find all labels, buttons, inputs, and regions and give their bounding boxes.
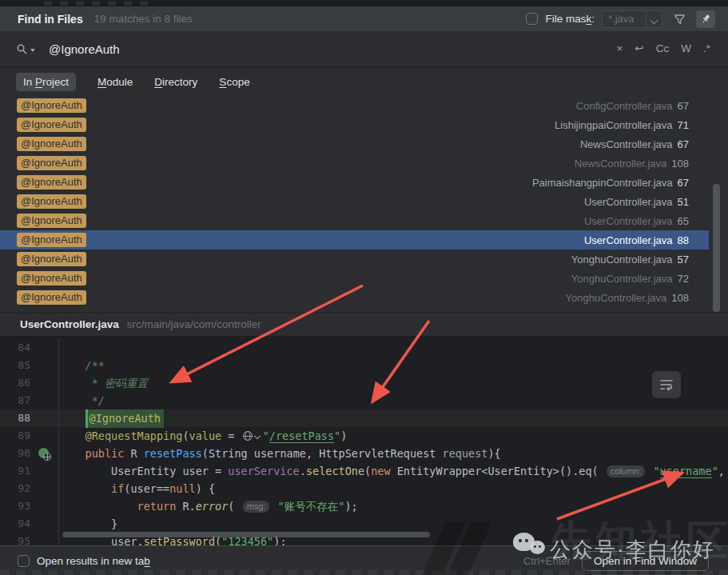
scope-tab-in-project[interactable]: In Project — [16, 73, 76, 91]
shortcut-hint: Ctrl+Enter — [523, 555, 571, 567]
file-mask-combobox[interactable]: *.java — [602, 10, 662, 28]
result-file-name: UserController.java — [584, 215, 673, 227]
gutter — [35, 515, 59, 533]
code-text: return R.error( msg: "账号不存在"); — [59, 497, 358, 515]
file-mask-checkbox[interactable] — [526, 13, 538, 25]
line-number: 91 — [0, 462, 35, 480]
dialog-footer: Open results in new tab Ctrl+Enter Open … — [0, 545, 728, 575]
file-mask-label: File mask: — [545, 13, 595, 25]
result-row[interactable]: @IgnoreAuthYonghuController.java72 — [0, 269, 709, 288]
match-chip: @IgnoreAuth — [17, 98, 86, 113]
gutter — [35, 357, 59, 374]
match-chip: @IgnoreAuth — [17, 271, 86, 286]
code-line: 92 if(user==null) { — [0, 480, 728, 497]
match-chip: @IgnoreAuth — [17, 156, 86, 170]
result-line-number: 67 — [678, 177, 689, 189]
result-row[interactable]: @IgnoreAuthUserController.java51 — [0, 192, 709, 211]
match-chip: @IgnoreAuth — [17, 194, 86, 209]
match-chip: @IgnoreAuth — [17, 214, 86, 228]
gutter — [35, 392, 59, 409]
scope-tab-directory[interactable]: Directory — [154, 76, 197, 88]
clear-icon[interactable]: × — [617, 43, 623, 54]
code-text: */ — [59, 392, 105, 409]
gutter — [35, 480, 59, 497]
result-line-number: 67 — [678, 100, 689, 112]
result-row[interactable]: @IgnoreAuthUserController.java65 — [0, 211, 709, 230]
filter-icon[interactable] — [670, 10, 689, 28]
result-file-name: LishijingpaiController.java — [555, 119, 672, 131]
gutter — [35, 409, 59, 427]
code-text: /** — [59, 357, 105, 374]
code-lines: 8485 /**86 * 密码重置87 */88 @IgnoreAuth89 @… — [0, 337, 728, 545]
code-line: 90 public R resetPass(String username, H… — [0, 445, 728, 462]
result-row[interactable]: @IgnoreAuthLishijingpaiController.java71 — [0, 115, 709, 134]
result-file-name: PaimaishangpinController.java — [532, 177, 673, 189]
result-row[interactable]: @IgnoreAuthNewsController.java108 — [0, 154, 709, 173]
result-file-name: UserController.java — [584, 196, 673, 208]
file-mask-value: *.java — [603, 13, 646, 25]
globe-icon — [243, 431, 253, 441]
result-row[interactable]: @IgnoreAuthYonghuController.java108 — [0, 288, 709, 307]
gutter — [35, 462, 59, 480]
code-text: @RequestMapping(value = "/resetPass") — [59, 427, 347, 445]
line-number: 92 — [0, 480, 35, 497]
result-line-number: 108 — [671, 158, 689, 170]
code-text: user.setPassword("123456"); — [59, 533, 287, 545]
preview-file-path: src/main/java/com/controller — [127, 318, 261, 330]
code-line: 86 * 密码重置 — [0, 374, 728, 392]
code-line: 89 @RequestMapping(value = "/resetPass") — [0, 427, 728, 445]
soft-wrap-button[interactable] — [652, 371, 681, 398]
results-scrollbar-thumb[interactable] — [713, 184, 720, 312]
line-number: 87 — [0, 392, 35, 409]
result-line-number: 72 — [678, 273, 689, 285]
code-line: 85 /** — [0, 357, 728, 374]
whole-words-icon[interactable]: W — [681, 43, 691, 54]
search-icon[interactable] — [16, 43, 35, 55]
result-row[interactable]: @IgnoreAuthUserController.java88 — [0, 230, 709, 250]
pin-icon[interactable] — [696, 10, 715, 28]
line-number: 93 — [0, 497, 35, 515]
match-chip: @IgnoreAuth — [17, 137, 86, 151]
preview-header: UserController.java src/main/java/com/co… — [0, 312, 728, 337]
search-history-chevron-icon — [30, 49, 35, 52]
result-file-name: YonghuController.java — [566, 292, 667, 304]
code-line: 91 UserEntity user = userService.selectO… — [0, 462, 728, 480]
line-number: 84 — [0, 339, 35, 357]
regex-icon[interactable]: .* — [703, 43, 710, 54]
match-case-icon[interactable]: Cc — [656, 43, 670, 54]
code-text: } — [59, 515, 117, 533]
open-in-find-window-button[interactable]: Open in Find Window — [582, 551, 709, 571]
result-line-number: 51 — [678, 196, 689, 208]
find-in-files-dialog: Find in Files 19 matches in 8 files File… — [0, 0, 728, 575]
code-preview-editor[interactable]: 8485 /**86 * 密码重置87 */88 @IgnoreAuth89 @… — [0, 337, 728, 545]
match-chip: @IgnoreAuth — [17, 290, 86, 305]
result-row[interactable]: @IgnoreAuthNewsController.java67 — [0, 134, 709, 154]
code-line: 93 return R.error( msg: "账号不存在"); — [0, 497, 728, 515]
result-row[interactable]: @IgnoreAuthPaimaishangpinController.java… — [0, 173, 709, 192]
code-line: 88 @IgnoreAuth — [0, 409, 728, 427]
code-line: 84 — [0, 339, 728, 357]
preview-file-name: UserController.java — [20, 318, 119, 330]
scope-tab-scope[interactable]: Scope — [219, 76, 249, 88]
gutter — [35, 374, 59, 392]
match-chip: @IgnoreAuth — [17, 252, 86, 266]
line-number: 94 — [0, 515, 35, 533]
match-chip: @IgnoreAuth — [17, 175, 86, 190]
line-number: 90 — [0, 445, 35, 462]
result-row[interactable]: @IgnoreAuthYonghuController.java57 — [0, 250, 709, 269]
line-number: 85 — [0, 357, 35, 374]
result-file-name: YonghuController.java — [571, 273, 673, 285]
scope-tab-module[interactable]: Module — [97, 76, 133, 88]
match-chip: @IgnoreAuth — [17, 118, 86, 132]
gutter — [35, 445, 59, 462]
newline-icon[interactable]: ↩ — [635, 43, 643, 54]
result-line-number: 65 — [678, 215, 689, 227]
result-file-name: UserController.java — [584, 234, 673, 246]
code-text: public R resetPass(String username, Http… — [59, 445, 501, 462]
results-list: @IgnoreAuthConfigController.java67@Ignor… — [0, 96, 728, 309]
result-row[interactable]: @IgnoreAuthConfigController.java67 — [0, 96, 709, 115]
search-input[interactable] — [47, 42, 609, 57]
dialog-title: Find in Files — [18, 13, 83, 26]
result-file-name: NewsController.java — [580, 138, 673, 150]
open-results-checkbox[interactable] — [18, 555, 30, 567]
